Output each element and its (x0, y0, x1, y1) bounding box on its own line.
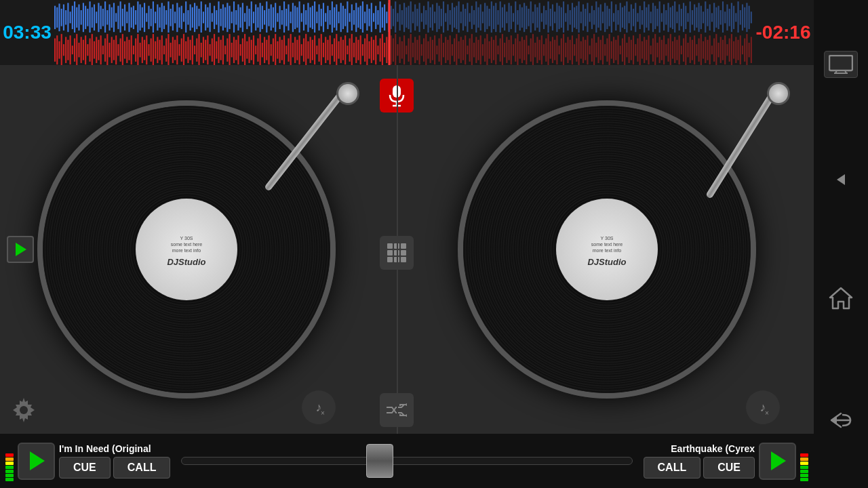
prev-button[interactable] (827, 166, 854, 193)
fx-button-right[interactable]: ♪ × (746, 390, 780, 424)
svg-rect-408 (240, 44, 241, 56)
tonearm-pivot-left (336, 82, 359, 105)
svg-rect-410 (244, 34, 245, 65)
svg-rect-220 (532, 12, 534, 23)
svg-rect-489 (416, 40, 418, 60)
svg-rect-118 (310, 7, 311, 28)
svg-rect-34 (126, 12, 127, 23)
svg-rect-306 (720, 10, 722, 24)
monitor-button[interactable] (824, 51, 858, 78)
svg-rect-576 (606, 39, 608, 62)
svg-rect-10 (74, 1, 75, 33)
crossfader-track[interactable] (181, 457, 632, 465)
svg-rect-637 (740, 35, 741, 64)
svg-rect-66 (196, 6, 197, 29)
svg-rect-42 (144, 3, 145, 32)
svg-rect-631 (726, 44, 728, 56)
label-text-right: Y 30Ssome text heremore text info (588, 232, 626, 257)
svg-rect-188 (462, 4, 464, 30)
svg-rect-615 (692, 40, 693, 60)
svg-rect-504 (450, 35, 451, 64)
svg-rect-542 (532, 34, 534, 65)
svg-rect-99 (268, 9, 269, 26)
svg-rect-136 (349, 13, 351, 22)
vu-bar-green1-right (800, 478, 808, 481)
svg-rect-102 (275, 3, 276, 32)
svg-rect-618 (698, 39, 700, 62)
svg-rect-595 (648, 35, 650, 64)
svg-rect-603 (665, 44, 667, 56)
svg-rect-395 (212, 39, 213, 62)
svg-rect-24 (104, 1, 106, 33)
svg-marker-659 (837, 174, 845, 185)
label-text-left: Y 30Ssome text heremore text info (167, 232, 205, 257)
svg-rect-418 (262, 43, 263, 57)
svg-rect-91 (251, 1, 252, 33)
svg-rect-469 (373, 40, 374, 60)
svg-rect-311 (731, 3, 732, 32)
call-button-left[interactable]: CALL (113, 457, 171, 479)
svg-rect-225 (543, 6, 545, 29)
svg-rect-423 (273, 39, 274, 62)
svg-rect-301 (709, 4, 711, 30)
call-button-right[interactable]: CALL (644, 457, 701, 479)
svg-rect-412 (248, 37, 250, 63)
svg-rect-151 (382, 7, 383, 28)
svg-rect-310 (729, 9, 730, 26)
svg-rect-194 (475, 1, 477, 33)
svg-rect-545 (539, 40, 540, 60)
svg-rect-140 (357, 7, 359, 28)
svg-rect-341 (94, 41, 95, 59)
svg-rect-76 (218, 1, 219, 33)
svg-rect-176 (436, 3, 437, 32)
play-button-right-bottom[interactable] (759, 443, 796, 480)
svg-rect-163 (408, 6, 409, 29)
svg-rect-453 (338, 41, 339, 59)
vu-bar-red-left (5, 453, 14, 457)
crossfader-thumb[interactable] (366, 444, 393, 478)
svg-rect-265 (631, 4, 632, 30)
play-button-left[interactable] (7, 236, 34, 263)
svg-rect-269 (639, 6, 641, 29)
svg-rect-560 (572, 35, 573, 64)
cue-call-buttons-left: CUE CALL (59, 457, 170, 479)
svg-rect-537 (521, 37, 523, 63)
svg-rect-361 (137, 34, 138, 65)
home-button[interactable] (824, 281, 858, 315)
svg-rect-228 (550, 9, 551, 26)
svg-rect-421 (268, 35, 269, 64)
svg-rect-74 (214, 6, 215, 29)
svg-rect-300 (707, 9, 708, 26)
settings-button[interactable] (7, 393, 41, 427)
back-button[interactable] (824, 403, 858, 437)
svg-rect-406 (235, 40, 237, 60)
svg-rect-106 (283, 1, 285, 33)
svg-rect-187 (460, 12, 462, 23)
svg-rect-129 (334, 7, 335, 28)
play-triangle-left (16, 243, 26, 256)
svg-rect-463 (360, 35, 361, 64)
fx-button-left[interactable]: ♪ × (302, 390, 336, 424)
svg-rect-394 (210, 44, 211, 56)
svg-rect-363 (142, 37, 143, 63)
svg-rect-35 (128, 3, 130, 32)
svg-rect-117 (307, 3, 309, 32)
svg-rect-377 (172, 37, 174, 63)
svg-rect-128 (332, 1, 333, 33)
svg-rect-505 (452, 44, 453, 56)
svg-rect-179 (443, 1, 444, 33)
cue-button-left[interactable]: CUE (59, 457, 111, 479)
svg-rect-519 (482, 44, 484, 56)
svg-rect-196 (480, 4, 481, 30)
play-button-left-bottom[interactable] (18, 443, 55, 480)
svg-rect-171 (425, 10, 427, 24)
svg-rect-283 (670, 7, 671, 28)
svg-rect-367 (151, 39, 152, 62)
vu-bar-green2-left (5, 474, 14, 477)
svg-rect-238 (572, 3, 573, 32)
svg-rect-501 (443, 43, 444, 57)
svg-rect-19 (94, 4, 95, 30)
cue-button-right[interactable]: CUE (703, 457, 755, 479)
svg-marker-660 (830, 288, 852, 308)
svg-rect-28 (113, 3, 115, 32)
